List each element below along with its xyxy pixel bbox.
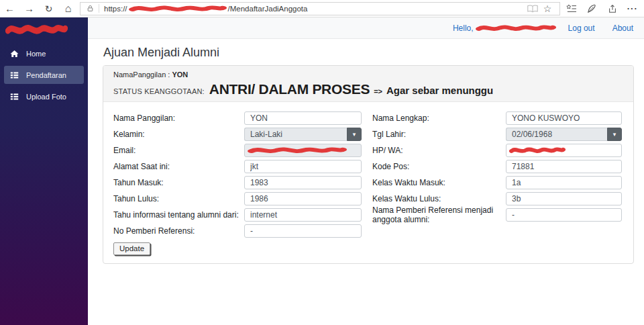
status-note: Agar sebar menunggu <box>386 85 493 96</box>
redaction-scribble-url <box>129 4 227 13</box>
sidebar: Home Pendaftaran <box>0 17 88 325</box>
toolbar-right-icons: ··· <box>560 0 644 17</box>
greeting-user-link[interactable]: Hello, <box>453 24 474 33</box>
redaction-scribble-username <box>476 24 556 32</box>
list-icon <box>10 92 20 101</box>
input-tahun-lulus[interactable] <box>244 192 362 205</box>
address-bar[interactable]: https:// /MendaftarJadiAnggota ☆ <box>80 2 560 15</box>
chevron-down-icon[interactable]: ▾ <box>607 128 622 141</box>
select-kelamin[interactable]: Laki-Laki▾ <box>244 128 362 141</box>
label-tahu-informasi-tentang-alumni-dari: Tahu informasi tentang alumni dari: <box>113 210 244 220</box>
favorites-hub-icon[interactable] <box>563 0 580 17</box>
nickname-value: YON <box>172 71 188 79</box>
redaction-scribble-email <box>248 146 347 154</box>
share-icon[interactable] <box>604 0 621 17</box>
label-hp-wa: HP/ WA: <box>372 146 506 155</box>
label-nama-pemberi-referensi-menjadi-anggota-alumni: Nama Pemberi Referensi menjadi anggota a… <box>372 205 506 224</box>
label-kode-pos: Kode Pos: <box>372 162 506 171</box>
sidebar-item-home[interactable]: Home <box>4 44 84 62</box>
input-kelas-waktu-lulus[interactable] <box>506 192 622 205</box>
reading-view-icon[interactable] <box>525 2 540 15</box>
ink-pen-icon[interactable] <box>583 0 600 17</box>
logout-link[interactable]: Log out <box>568 24 595 33</box>
membership-status-line: STATUS KEANGGOTAAN: ANTRI/ DALAM PROSES … <box>113 81 623 97</box>
sidebar-item-upload-foto[interactable]: Upload Foto <box>4 87 84 105</box>
label-kelamin: Kelamin: <box>113 130 244 139</box>
back-icon[interactable]: ← <box>0 0 19 17</box>
redaction-scribble-logo <box>5 22 68 36</box>
label-no-pemberi-referensi: No Pemberi Referensi: <box>113 226 244 236</box>
form-row-kelas-waktu-lulus: Kelas Waktu Lulus: <box>372 192 622 205</box>
sidebar-item-label: Home <box>26 50 46 58</box>
sidebar-menu: Home Pendaftaran <box>0 39 88 105</box>
form-row-kelas-waktu-masuk: Kelas Waktu Masuk: <box>372 176 622 189</box>
label-alamat-saat-ini: Alamat Saat ini: <box>113 162 244 171</box>
home-icon[interactable]: ⌂ <box>58 0 78 17</box>
form-row-tahun-masuk: Tahun Masuk: <box>113 176 362 189</box>
status-value: ANTRI/ DALAM PROSES <box>209 81 370 97</box>
input-kode-pos[interactable] <box>506 160 622 173</box>
select-value-kelamin: Laki-Laki <box>244 128 347 141</box>
form-row-nama-lengkap: Nama Lengkap: <box>372 111 622 125</box>
top-navbar: Hello, Log out About <box>88 17 644 39</box>
input-nama-pemberi-referensi-menjadi-anggota-alumni[interactable] <box>506 208 622 222</box>
form-row-nama-pemberi-referensi-menjadi-anggota-alumni: Nama Pemberi Referensi menjadi anggota a… <box>372 208 622 222</box>
select-value-tgl-lahir: 02/06/1968 <box>506 128 607 141</box>
form-row-kode-pos: Kode Pos: <box>372 160 622 173</box>
input-no-pemberi-referensi[interactable] <box>244 224 362 238</box>
more-options-icon[interactable]: ··· <box>624 0 641 17</box>
application-card: NamaPanggilan : YON STATUS KEANGGOTAAN: … <box>103 65 634 264</box>
list-icon <box>10 71 20 79</box>
form-row-kelamin: Kelamin:Laki-Laki▾ <box>113 128 362 141</box>
form-row-no-pemberi-referensi: No Pemberi Referensi: <box>113 224 362 238</box>
form-body: Nama Panggilan:Kelamin:Laki-Laki▾Email: … <box>103 102 633 263</box>
update-button[interactable]: Update <box>113 242 150 255</box>
sidebar-item-pendaftaran[interactable]: Pendaftaran <box>4 66 84 84</box>
input-tahu-informasi-tentang-alumni-dari[interactable] <box>244 208 362 222</box>
sidebar-logo <box>0 17 88 39</box>
form-row-hp-wa: HP/ WA: <box>372 144 622 157</box>
label-nama-panggilan: Nama Panggilan: <box>113 113 244 123</box>
form-row-tahun-lulus: Tahun Lulus: <box>113 192 362 205</box>
input-alamat-saat-ini[interactable] <box>244 160 362 173</box>
label-kelas-waktu-masuk: Kelas Waktu Masuk: <box>372 178 506 187</box>
home-icon <box>10 49 20 58</box>
sidebar-item-label: Upload Foto <box>26 93 66 101</box>
nickname-line: NamaPanggilan : YON <box>113 71 623 79</box>
label-email: Email: <box>113 146 244 155</box>
favorite-star-icon[interactable]: ☆ <box>540 2 555 15</box>
label-tgl-lahir: Tgl Lahir: <box>372 130 506 139</box>
address-divider <box>99 4 99 13</box>
input-tahun-masuk[interactable] <box>244 176 362 189</box>
input-nama-panggilan[interactable] <box>244 111 362 125</box>
chevron-down-icon[interactable]: ▾ <box>347 128 362 141</box>
form-column-left: Nama Panggilan:Kelamin:Laki-Laki▾Email: … <box>113 111 362 255</box>
refresh-icon[interactable]: ↻ <box>39 0 58 17</box>
browser-toolbar: ← → ↻ ⌂ https:// /MendaftarJadiAnggota ☆ <box>0 0 644 17</box>
form-column-right: Nama Lengkap:Tgl Lahir:02/06/1968▾HP/ WA… <box>372 111 622 255</box>
about-link[interactable]: About <box>612 24 633 33</box>
input-kelas-waktu-masuk[interactable] <box>506 176 622 189</box>
status-arrow: => <box>374 87 382 95</box>
lock-icon <box>85 2 95 15</box>
sidebar-item-label: Pendaftaran <box>26 71 66 79</box>
label-tahun-masuk: Tahun Masuk: <box>113 178 244 187</box>
form-row-email: Email: <box>113 144 362 157</box>
label-tahun-lulus: Tahun Lulus: <box>113 194 244 203</box>
input-nama-lengkap[interactable] <box>506 111 622 125</box>
label-nama-lengkap: Nama Lengkap: <box>372 113 506 123</box>
form-row-tahu-informasi-tentang-alumni-dari: Tahu informasi tentang alumni dari: <box>113 208 362 222</box>
label-kelas-waktu-lulus: Kelas Waktu Lulus: <box>372 194 506 203</box>
url-text: https:// /MendaftarJadiAnggota <box>104 4 525 13</box>
form-row-tgl-lahir: Tgl Lahir:02/06/1968▾ <box>372 128 622 141</box>
page-title: Ajuan Menjadi Alumni <box>103 46 634 60</box>
status-panel: NamaPanggilan : YON STATUS KEANGGOTAAN: … <box>103 66 633 102</box>
forward-icon[interactable]: → <box>19 0 39 17</box>
form-row-nama-panggilan: Nama Panggilan: <box>113 111 362 125</box>
form-row-alamat-saat-ini: Alamat Saat ini: <box>113 160 362 173</box>
redaction-scribble-hp-wa <box>509 146 566 154</box>
select-tgl-lahir[interactable]: 02/06/1968▾ <box>506 128 622 141</box>
